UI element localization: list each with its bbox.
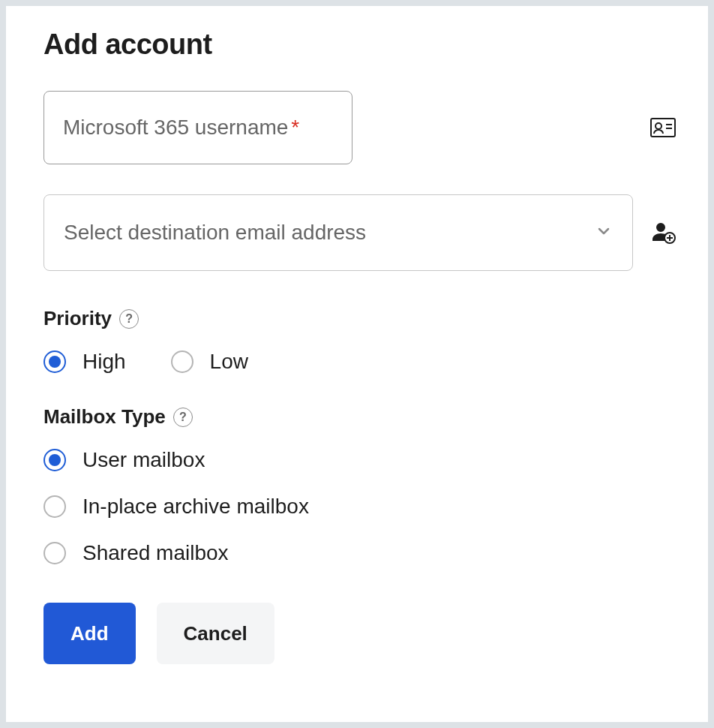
mailbox-type-option-shared[interactable]: Shared mailbox — [44, 541, 678, 565]
destination-placeholder: Select destination email address — [64, 221, 366, 245]
radio-label: Shared mailbox — [82, 541, 229, 565]
mailbox-type-option-archive[interactable]: In-place archive mailbox — [44, 495, 678, 519]
add-button[interactable]: Add — [44, 603, 136, 664]
priority-label-row: Priority ? — [44, 307, 678, 330]
chevron-down-icon — [595, 222, 613, 243]
radio-icon — [44, 495, 66, 518]
page-title: Add account — [44, 29, 678, 61]
cancel-button[interactable]: Cancel — [157, 603, 274, 664]
destination-row: Select destination email address — [44, 194, 678, 271]
radio-label: User mailbox — [82, 448, 205, 472]
mailbox-type-option-user[interactable]: User mailbox — [44, 448, 678, 472]
mailbox-type-options: User mailbox In-place archive mailbox Sh… — [44, 448, 678, 565]
mailbox-type-label-row: Mailbox Type ? — [44, 405, 678, 429]
radio-label: High — [82, 350, 126, 374]
help-icon[interactable]: ? — [119, 309, 139, 329]
username-input[interactable] — [44, 91, 352, 164]
destination-select[interactable]: Select destination email address — [44, 194, 633, 271]
button-row: Add Cancel — [44, 603, 678, 664]
priority-option-low[interactable]: Low — [171, 350, 248, 374]
add-user-icon[interactable] — [648, 220, 678, 245]
priority-option-high[interactable]: High — [44, 350, 126, 374]
username-input-wrap: Microsoft 365 username* — [44, 91, 633, 164]
radio-label: In-place archive mailbox — [82, 495, 309, 519]
priority-options: High Low — [44, 350, 678, 374]
contact-card-icon[interactable] — [648, 118, 678, 137]
svg-point-1 — [656, 123, 662, 129]
radio-icon — [171, 350, 194, 373]
radio-icon — [44, 350, 66, 373]
add-account-panel: Add account Microsoft 365 username* Sele… — [6, 6, 708, 722]
username-row: Microsoft 365 username* — [44, 91, 678, 164]
radio-icon — [44, 542, 66, 564]
radio-icon — [44, 449, 66, 471]
priority-label: Priority — [44, 307, 112, 330]
mailbox-type-label: Mailbox Type — [44, 405, 166, 429]
radio-label: Low — [210, 350, 248, 374]
help-icon[interactable]: ? — [173, 408, 193, 427]
